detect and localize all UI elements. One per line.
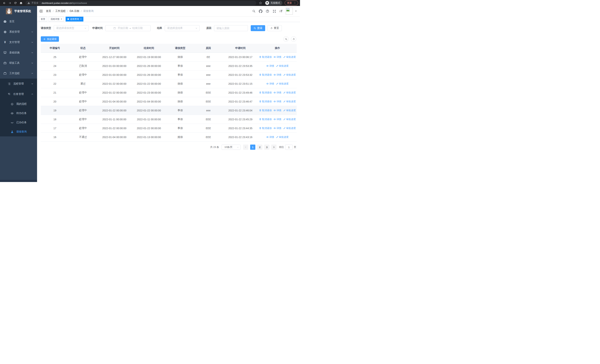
cell-actions: 取消请假详情审批进度 [258, 118, 297, 121]
reset-button[interactable]: 重置 [267, 25, 282, 31]
action-progress-link[interactable]: 审批进度 [283, 56, 296, 59]
sidebar-item-payment[interactable]: ¥ 支付管理 [0, 37, 37, 47]
action-detail-link[interactable]: 详情 [273, 127, 281, 130]
action-progress-link[interactable]: 审批进度 [283, 109, 296, 112]
address-bar[interactable]: 不安全 dashboard.yudao.iocoder.cn/bpm/oa/le… [25, 1, 256, 5]
monitor-check-icon [3, 51, 7, 54]
action-detail-link[interactable]: 详情 [266, 82, 274, 85]
breadcrumb-item[interactable]: OA 示例 [70, 9, 79, 13]
navbar: 首页 / 工作流程 / OA 示例 / 请假查询 [37, 6, 300, 16]
font-size-button[interactable]: TT [280, 10, 282, 13]
tab-leave-query[interactable]: 请假查询 × [66, 17, 83, 21]
cell-end: 2022-01-26 00:00:00 [131, 73, 166, 76]
search-button[interactable]: 搜索 [251, 25, 265, 31]
action-cancel-link[interactable]: 取消请假 [259, 100, 272, 103]
goto-page-input[interactable] [285, 145, 293, 150]
page-button-3[interactable]: 3 [264, 145, 269, 150]
refresh-table-button[interactable] [291, 36, 296, 42]
action-detail-link[interactable]: 详情 [266, 64, 274, 68]
action-detail-link[interactable]: 详情 [273, 100, 281, 103]
star-icon [259, 1, 262, 4]
action-progress-link[interactable]: 审批进度 [283, 127, 296, 130]
cell-status: 处理中 [69, 109, 97, 112]
sidebar-item-task-management[interactable]: 任务管理 [0, 89, 37, 99]
page-button-1[interactable]: 1 [250, 145, 255, 150]
sidebar-item-infrastructure[interactable]: 基础设施 [0, 47, 37, 58]
apply-time-range-picker[interactable]: 开始日期 - 结束日期 [105, 25, 151, 31]
action-progress-link[interactable]: 审批进度 [283, 91, 296, 94]
fullscreen-button[interactable] [272, 9, 276, 13]
sidebar-item-workflow[interactable]: 工作流程 [0, 68, 37, 79]
browser-forward-button[interactable] [7, 0, 12, 5]
next-page-button[interactable] [271, 145, 276, 150]
action-detail-link[interactable]: 详情 [273, 56, 281, 59]
action-detail-link[interactable]: 详情 [266, 135, 274, 139]
action-detail-link[interactable]: 详情 [273, 109, 281, 112]
action-progress-link[interactable]: 审批进度 [276, 82, 289, 85]
cell-type: 病假 [166, 56, 194, 59]
tab-home[interactable]: 首页 [39, 17, 47, 21]
sidebar-item-home[interactable]: 首页 [0, 16, 37, 27]
create-leave-button[interactable]: 发起请假 [41, 36, 59, 42]
action-cancel-link[interactable]: 取消请假 [259, 91, 272, 94]
reason-input[interactable] [216, 27, 245, 30]
browser-reload-button[interactable] [13, 0, 18, 5]
action-cancel-link[interactable]: 取消请假 [259, 118, 272, 121]
sidebar-collapse-button[interactable] [39, 9, 43, 13]
cell-type: 事假 [166, 109, 194, 112]
action-progress-link[interactable]: 审批进度 [276, 135, 289, 139]
action-progress-link[interactable]: 审批进度 [276, 64, 289, 68]
action-progress-link[interactable]: 审批进度 [283, 73, 296, 76]
breadcrumb-item[interactable]: 首页 [46, 9, 51, 13]
action-cancel-link[interactable]: 取消请假 [259, 56, 272, 59]
action-cancel-link[interactable]: 取消请假 [259, 127, 272, 130]
leave-type-select[interactable]: 请选择请假类型 [54, 25, 89, 31]
cell-id: 23 [41, 73, 69, 76]
sidebar-item-my-process[interactable]: 我的流程 [0, 99, 37, 109]
github-link-button[interactable] [259, 9, 262, 13]
close-icon[interactable]: × [80, 18, 82, 20]
toggle-search-button[interactable] [283, 36, 289, 42]
sidebar-item-devtools[interactable]: 研发工具 [0, 58, 37, 68]
action-progress-link[interactable]: 审批进度 [283, 118, 296, 121]
tab-process-detail[interactable]: 流程详情 × [49, 17, 64, 21]
prev-page-button[interactable] [243, 145, 248, 150]
cell-id: 20 [41, 100, 69, 103]
cell-type: 病假 [166, 82, 194, 85]
result-select[interactable]: 请选择流结果 [165, 25, 200, 31]
sidebar-item-process-management[interactable]: 流程管理 [0, 79, 37, 89]
page-button-2[interactable]: 2 [257, 145, 262, 150]
sidebar-item-todo-tasks[interactable]: 待办任务 [0, 109, 37, 118]
avatar-caret-icon[interactable] [295, 10, 297, 12]
bookmark-star-button[interactable] [258, 0, 263, 5]
cell-actions: 取消请假详情审批进度 [258, 73, 297, 76]
sidebar-item-done-tasks[interactable]: 已办任务 [0, 118, 37, 127]
action-cancel-link[interactable]: 取消请假 [259, 73, 272, 76]
action-cancel-link[interactable]: 取消请假 [259, 109, 272, 112]
app-logo-row[interactable]: 芋道管理系统 [0, 6, 37, 16]
cell-id: 25 [41, 56, 69, 59]
app-logo [6, 8, 12, 14]
action-detail-link[interactable]: 详情 [273, 91, 281, 94]
sidebar-item-leave-query[interactable]: 请假查询 [0, 127, 37, 136]
browser-update-button[interactable]: 更新 [285, 0, 298, 5]
cell-apply_time: 2022-01-22 23:46:47 [222, 100, 258, 103]
page-size-select[interactable]: 10条/页 [222, 145, 241, 150]
cell-reason: EEE [194, 127, 223, 130]
avatar[interactable] [286, 8, 293, 15]
cell-end: 2022-01-23 00:00:00 [131, 91, 166, 94]
action-detail-link[interactable]: 详情 [273, 118, 281, 121]
sidebar-item-label: 已办任务 [16, 121, 27, 124]
browser-back-button[interactable] [2, 0, 7, 5]
header-search-button[interactable] [252, 9, 256, 13]
flow-icon [7, 93, 11, 96]
action-detail-link[interactable]: 详情 [273, 73, 281, 76]
help-doc-button[interactable] [266, 9, 269, 13]
chevron-down-icon [84, 27, 86, 29]
browser-home-button[interactable] [19, 0, 23, 5]
sidebar-item-system[interactable]: 系统管理 [0, 27, 37, 37]
action-progress-link[interactable]: 审批进度 [283, 100, 296, 103]
breadcrumb-item[interactable]: 工作流程 [55, 9, 66, 13]
close-icon[interactable]: × [61, 18, 62, 20]
cell-actions: 取消请假详情审批进度 [258, 127, 297, 130]
